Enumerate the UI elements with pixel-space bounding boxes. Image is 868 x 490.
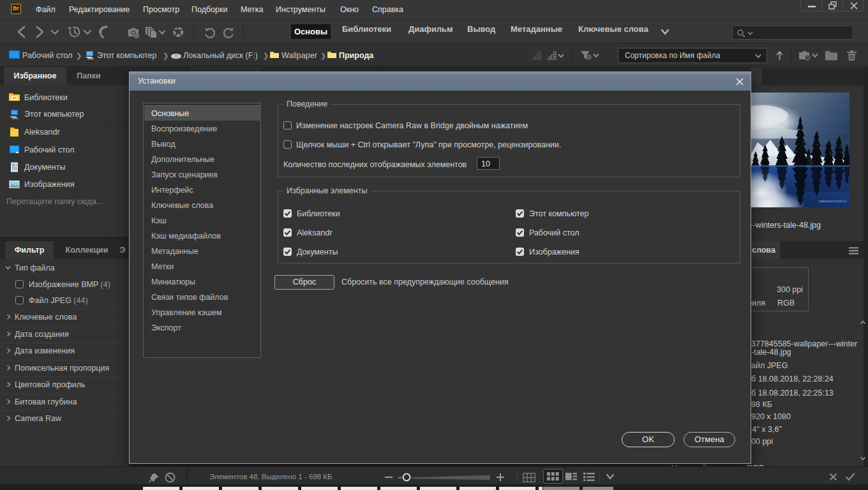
svg-text:wallpaperscraft.ru: wallpaperscraft.ru (818, 199, 846, 203)
